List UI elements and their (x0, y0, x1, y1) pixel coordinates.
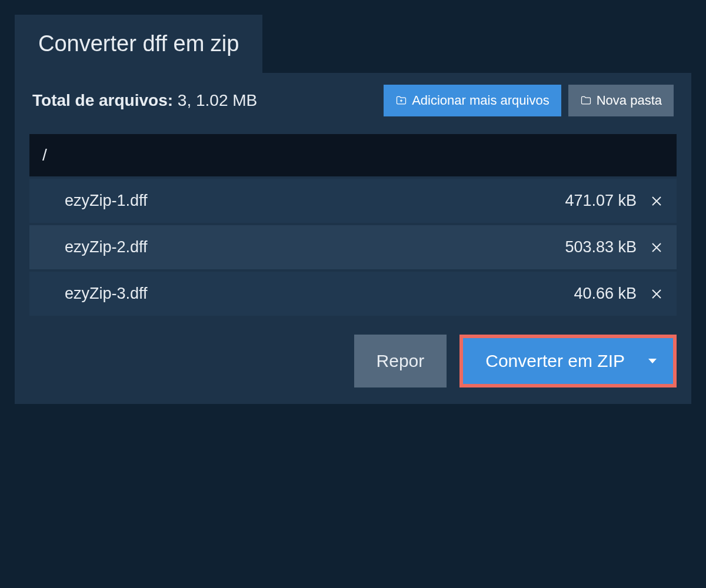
folder-icon (580, 95, 592, 106)
action-row: Repor Converter em ZIP (29, 335, 677, 387)
total-label: Total de arquivos: (32, 91, 173, 109)
close-icon[interactable] (650, 240, 664, 255)
file-row: ezyZip-1.dff 471.07 kB (29, 179, 677, 223)
reset-label: Repor (377, 351, 425, 371)
file-name: ezyZip-1.dff (65, 192, 148, 210)
file-name: ezyZip-2.dff (65, 238, 148, 256)
new-folder-button[interactable]: Nova pasta (568, 85, 674, 116)
file-size: 40.66 kB (574, 285, 637, 303)
convert-highlight: Converter em ZIP (459, 335, 677, 387)
file-right: 503.83 kB (565, 238, 664, 256)
convert-label: Converter em ZIP (485, 351, 625, 371)
chevron-down-icon (648, 359, 657, 363)
tab-title[interactable]: Converter dff em zip (15, 15, 262, 73)
file-name: ezyZip-3.dff (65, 285, 148, 303)
reset-button[interactable]: Repor (354, 335, 447, 387)
convert-button[interactable]: Converter em ZIP (463, 338, 673, 384)
tab-title-text: Converter dff em zip (38, 31, 239, 56)
file-list: / ezyZip-1.dff 471.07 kB ezyZip-2.dff 50… (29, 134, 677, 316)
close-icon[interactable] (650, 287, 664, 301)
total-files-text: Total de arquivos: 3, 1.02 MB (32, 91, 257, 110)
file-right: 471.07 kB (565, 192, 664, 210)
close-icon[interactable] (650, 194, 664, 208)
add-more-files-button[interactable]: Adicionar mais arquivos (384, 85, 561, 116)
total-value: 3, 1.02 MB (178, 91, 257, 109)
path-text: / (42, 146, 47, 164)
top-button-group: Adicionar mais arquivos Nova pasta (384, 85, 674, 116)
converter-panel: Total de arquivos: 3, 1.02 MB Adicionar … (15, 73, 691, 404)
file-size: 503.83 kB (565, 238, 637, 256)
path-row[interactable]: / (29, 134, 677, 176)
file-row: ezyZip-3.dff 40.66 kB (29, 272, 677, 316)
file-row: ezyZip-2.dff 503.83 kB (29, 225, 677, 269)
panel-body: Total de arquivos: 3, 1.02 MB Adicionar … (15, 73, 691, 404)
file-right: 40.66 kB (574, 285, 664, 303)
file-size: 471.07 kB (565, 192, 637, 210)
summary-row: Total de arquivos: 3, 1.02 MB Adicionar … (29, 85, 677, 116)
folder-add-icon (395, 95, 407, 106)
add-more-label: Adicionar mais arquivos (412, 93, 550, 108)
new-folder-label: Nova pasta (597, 93, 662, 108)
